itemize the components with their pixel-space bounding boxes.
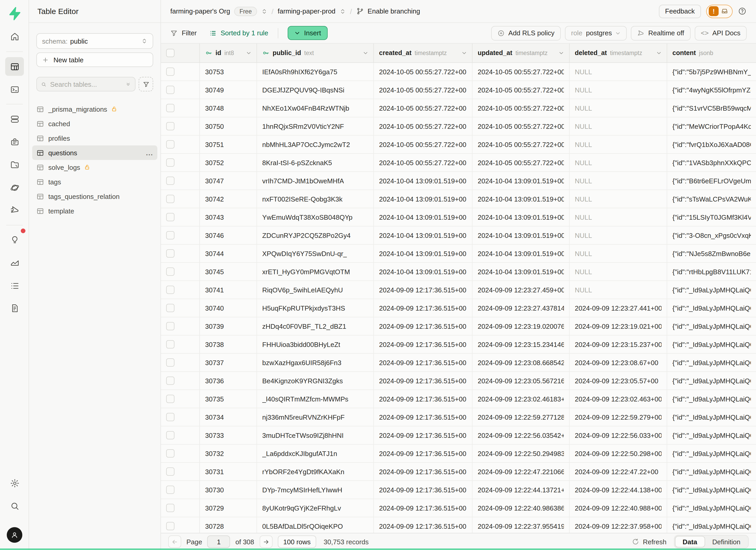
cell-content[interactable]: {"id":"_Id9aLyJpMHQLaiQC [667, 463, 756, 480]
table-row[interactable]: 307298yUKotr9qGYjK2eFRhgLv2024-09-09 12:… [161, 499, 756, 517]
cell-id[interactable]: 30728 [200, 517, 257, 533]
add-rls-policy-button[interactable]: Add RLS policy [491, 26, 561, 40]
cell-deleted_at[interactable]: 2024-09-09 12:22:47.22+00 [570, 463, 667, 480]
filter-button[interactable]: Filter [170, 29, 197, 37]
cell-created_at[interactable]: 2024-09-09 12:17:36.515+00 [374, 426, 473, 444]
cell-deleted_at[interactable]: NULL [570, 208, 667, 226]
rail-advisors[interactable] [5, 230, 24, 249]
cell-deleted_at[interactable]: 2024-09-09 12:23:05.57+00 [570, 372, 667, 390]
cell-deleted_at[interactable]: 2024-09-09 12:23:08.67+00 [570, 354, 667, 371]
cell-created_at[interactable]: 2024-10-04 13:09:01.519+00 [374, 172, 473, 190]
cell-public_id[interactable]: RiqOV6p_5wihLeIAEQyhU [257, 281, 374, 299]
table-row[interactable]: 30753IEfA0sRh9hIXf62Y6ga752024-10-05 00:… [161, 63, 756, 81]
search-tables-input[interactable] [36, 77, 136, 91]
cell-content[interactable]: {"id":"fvrQ1bXoJ6XaAD08G [667, 136, 756, 153]
refresh-button[interactable]: Refresh [632, 538, 666, 546]
cell-content[interactable]: {"id":"_Id9aLyJpMHQLaiQC [667, 299, 756, 317]
cell-updated_at[interactable]: 2024-10-05 00:55:27.722+00 [473, 154, 570, 171]
tab-data[interactable]: Data [675, 536, 705, 547]
cell-updated_at[interactable]: 2024-10-04 13:09:01.519+00 [473, 208, 570, 226]
column-menu-chevron-icon[interactable] [462, 50, 467, 56]
row-checkbox[interactable] [166, 267, 174, 276]
new-table-button[interactable]: New table [36, 52, 153, 67]
cell-content[interactable]: {"id":"_Id9aLyJpMHQLaiQC [667, 336, 756, 353]
cell-updated_at[interactable]: 2024-10-05 00:55:27.722+00 [473, 63, 570, 81]
cell-public_id[interactable]: H5uqFKpRUTPkjxdysT3HS [257, 299, 374, 317]
cell-created_at[interactable]: 2024-10-04 13:09:01.519+00 [374, 226, 473, 244]
cell-public_id[interactable]: NhXEo1Xw04FnB4RzWTNjb [257, 99, 374, 117]
row-checkbox[interactable] [166, 249, 174, 258]
cell-content[interactable]: {"id":"NJe5s8ZmBwnoB6e3s [667, 245, 756, 262]
table-item-menu[interactable]: ... [146, 149, 153, 157]
table-row[interactable]: 30744XPQwDIqY6Y75SwDnU-qr_2024-10-04 13:… [161, 245, 756, 263]
rail-realtime[interactable] [5, 200, 24, 219]
cell-id[interactable]: 30735 [200, 390, 257, 408]
cell-public_id[interactable]: 8KraI-tSI-6-pSZcknaK5 [257, 154, 374, 171]
row-checkbox[interactable] [166, 449, 174, 458]
column-menu-chevron-icon[interactable] [246, 50, 251, 56]
cell-deleted_at[interactable]: 2024-09-09 12:23:27.441+00 [570, 299, 667, 317]
realtime-toggle-button[interactable]: Realtime off [631, 26, 690, 40]
cell-deleted_at[interactable]: 2024-09-09 12:22:44.138+00 [570, 481, 667, 499]
table-row[interactable]: 30738FHHUioa3bidd00BHyLeZt2024-09-09 12:… [161, 336, 756, 354]
cell-id[interactable]: 30743 [200, 208, 257, 226]
table-row[interactable]: 30731rYbORF2e4YgDt9fKAXaKn2024-09-09 12:… [161, 463, 756, 481]
row-checkbox[interactable] [166, 431, 174, 439]
cell-id[interactable]: 30747 [200, 172, 257, 190]
table-row[interactable]: 30740H5uqFKpRUTPkjxdysT3HS2024-09-09 12:… [161, 299, 756, 317]
row-checkbox[interactable] [166, 377, 174, 385]
cell-content[interactable]: {"id":"sTsWaLCPsVA2WuK2 [667, 190, 756, 208]
table-row[interactable]: 30745xrETI_HyGY0mPMGVqtOTM2024-10-04 13:… [161, 263, 756, 281]
table-row[interactable]: 307280L5BAfDaLDl5rQOiqeKPO2024-09-09 12:… [161, 517, 756, 533]
cell-created_at[interactable]: 2024-10-05 00:55:27.722+00 [374, 154, 473, 171]
cell-created_at[interactable]: 2024-09-09 12:17:36.515+00 [374, 281, 473, 299]
project-switcher-icon[interactable] [340, 8, 346, 14]
role-select[interactable]: role postgres [565, 26, 627, 40]
row-checkbox[interactable] [166, 486, 174, 494]
row-checkbox[interactable] [166, 195, 174, 203]
cell-public_id[interactable]: Be4KignzoK9YRGNI3Zgks [257, 372, 374, 390]
cell-deleted_at[interactable]: NULL [570, 154, 667, 171]
cell-deleted_at[interactable]: NULL [570, 136, 667, 153]
cell-content[interactable]: {"id":"4wyNgK55lOfrpmYZo [667, 81, 756, 99]
feedback-button[interactable]: Feedback [659, 4, 701, 18]
api-docs-button[interactable]: <> API Docs [694, 26, 747, 40]
row-checkbox[interactable] [166, 213, 174, 221]
cell-created_at[interactable]: 2024-10-05 00:55:27.722+00 [374, 136, 473, 153]
cell-id[interactable]: 30738 [200, 336, 257, 353]
help-button[interactable] [738, 7, 747, 16]
cell-updated_at[interactable]: 2024-09-09 12:23:15.234146+00 [473, 336, 570, 353]
cell-content[interactable]: {"id":"_Id9aLyJpMHQLaiQC [667, 354, 756, 371]
cell-deleted_at[interactable]: NULL [570, 245, 667, 262]
rail-sql-editor[interactable] [5, 80, 24, 99]
table-row[interactable]: 30742nxFT002ISeRE-Qobg3K3k2024-10-04 13:… [161, 190, 756, 208]
cell-public_id[interactable]: 3muDHTceTWso9IZj8hHNI [257, 426, 374, 444]
next-page-button[interactable] [259, 535, 272, 548]
cell-updated_at[interactable]: 2024-09-09 12:22:56.03542+00 [473, 426, 570, 444]
cell-deleted_at[interactable]: NULL [570, 190, 667, 208]
cell-created_at[interactable]: 2024-10-05 00:55:27.722+00 [374, 99, 473, 117]
row-checkbox[interactable] [166, 177, 174, 185]
cell-content[interactable]: {"id":"_Id9aLyJpMHQLaiQC [667, 517, 756, 533]
column-menu-chevron-icon[interactable] [559, 50, 564, 56]
rail-api-docs[interactable] [5, 299, 24, 317]
table-row[interactable]: 307501hnRQjxSRm2V0VticY2NF2024-10-05 00:… [161, 117, 756, 136]
cell-updated_at[interactable]: 2024-09-09 12:22:44.13721+00 [473, 481, 570, 499]
cell-updated_at[interactable]: 2024-10-04 13:09:01.519+00 [473, 263, 570, 280]
column-menu-chevron-icon[interactable] [656, 50, 661, 56]
cell-id[interactable]: 30736 [200, 372, 257, 390]
project-name[interactable]: farming-paper-prod [278, 7, 336, 15]
cell-updated_at[interactable]: 2024-09-09 12:23:02.46183+00 [473, 390, 570, 408]
cell-public_id[interactable]: bzwXazHgax6UIR58j6Fn3 [257, 354, 374, 371]
cell-updated_at[interactable]: 2024-10-05 00:55:27.722+00 [473, 117, 570, 135]
cell-created_at[interactable]: 2024-10-05 00:55:27.722+00 [374, 117, 473, 135]
table-row[interactable]: 30741RiqOV6p_5wihLeIAEQyhU2024-09-09 12:… [161, 281, 756, 299]
cell-id[interactable]: 30742 [200, 190, 257, 208]
cell-updated_at[interactable]: 2024-09-09 12:22:40.986386+00 [473, 499, 570, 517]
cell-public_id[interactable]: 0L5BAfDaLDl5rQOiqeKPO [257, 517, 374, 533]
row-checkbox[interactable] [166, 358, 174, 367]
cell-public_id[interactable]: nj336mN5reuRVNZrKHFpF [257, 408, 374, 426]
sidebar-table-questions[interactable]: questions ... [32, 145, 157, 160]
cell-public_id[interactable]: ZDCunRYJP2CQ5Z8Po2Gy4 [257, 226, 374, 244]
rail-auth[interactable] [5, 132, 24, 151]
